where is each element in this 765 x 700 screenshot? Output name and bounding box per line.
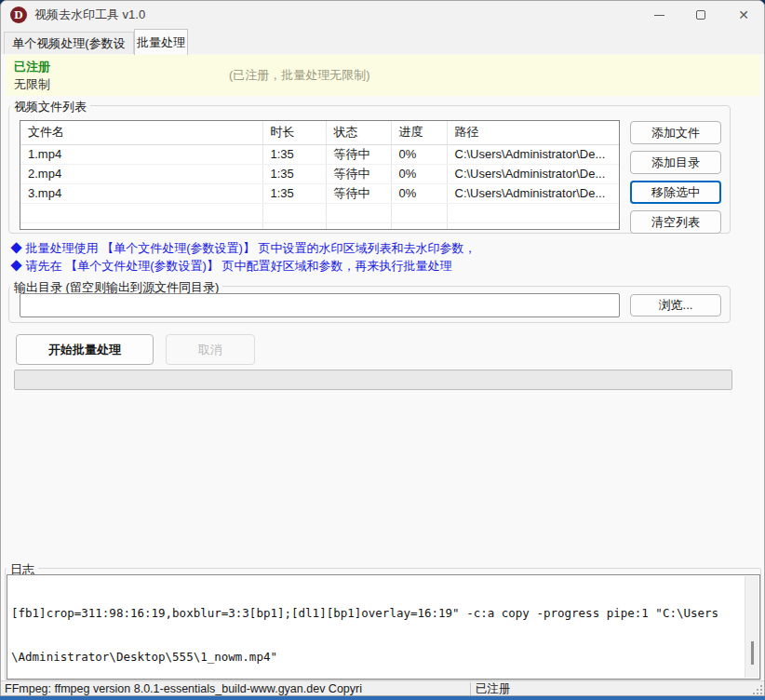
output-dir-input[interactable] [20,293,620,317]
status-registration: 已注册 [476,681,511,696]
log-text: [fb1]crop=311:98:16:19,boxblur=3:3[bp1];… [11,577,743,680]
status-separator [470,682,471,696]
status-ffmpeg-info: FFmpeg: ffmpeg version 8.0.1-essentials_… [5,681,468,696]
file-list-group-label: 视频文件列表 [10,99,90,115]
hint-note-2: ◆ 请先在 【单个文件处理(参数设置)】 页中配置好区域和参数，再来执行批量处理 [10,258,452,275]
tab-strip: 单个视频处理(参数设置) 批量处理 [1,29,764,54]
cell-status: 等待中 [326,164,391,183]
minimize-button[interactable] [639,1,678,29]
cell-path: C:\Users\Administrator\De... [447,164,620,183]
log-scrollbar[interactable] [745,576,758,678]
cell-status: 等待中 [326,183,391,203]
cell-duration: 1:35 [262,164,326,183]
start-batch-button[interactable]: 开始批量处理 [16,334,154,365]
cell-status: 等待中 [326,144,391,164]
remove-selected-button[interactable]: 移除选中 [630,181,721,204]
column-header-filename[interactable]: 文件名 [20,121,262,144]
hint-note-1: ◆ 批量处理使用 【单个文件处理(参数设置)】 页中设置的水印区域列表和去水印参… [10,240,476,257]
cell-path: C:\Users\Administrator\De... [447,183,620,203]
table-row[interactable]: 1.mp4 1:35 等待中 0% C:\Users\Administrator… [20,144,620,164]
file-list-table[interactable]: 文件名 时长 状态 进度 路径 1.mp4 1:35 等待中 0% C:\Use… [20,120,620,230]
table-row[interactable]: 3.mp4 1:35 等待中 0% C:\Users\Administrator… [20,183,620,203]
cell-filename: 3.mp4 [20,183,262,203]
resize-grip-icon[interactable] [760,693,762,694]
maximize-icon [696,10,705,20]
cell-filename: 1.mp4 [20,144,262,164]
title-bar[interactable]: D 视频去水印工具 v1.0 ✕ [1,1,764,29]
add-folder-button[interactable]: 添加目录 [630,151,721,174]
app-icon: D [10,7,27,23]
license-banner: 已注册 无限制 (已注册，批量处理无限制) [6,55,760,96]
tab-batch-process[interactable]: 批量处理 [134,29,188,55]
close-button[interactable]: ✕ [724,1,763,29]
table-row[interactable]: 2.mp4 1:35 等待中 0% C:\Users\Administrator… [20,164,620,183]
cell-progress: 0% [391,183,447,203]
tab-single-video[interactable]: 单个视频处理(参数设置) [4,32,134,54]
column-header-duration[interactable]: 时长 [262,121,326,144]
close-icon: ✕ [738,7,749,22]
browse-button[interactable]: 浏览... [630,294,721,316]
cell-filename: 2.mp4 [20,164,262,183]
maximize-button[interactable] [681,1,720,29]
cancel-button: 取消 [166,334,255,365]
cell-duration: 1:35 [262,183,326,203]
license-status: 已注册 [14,59,50,75]
cell-duration: 1:35 [262,144,326,164]
minimize-icon [654,15,664,16]
table-header-row: 文件名 时长 状态 进度 路径 [20,121,620,144]
log-scrollbar-thumb[interactable] [751,641,754,665]
table-row-empty [20,203,620,222]
cell-path: C:\Users\Administrator\De... [447,144,620,164]
window-title: 视频去水印工具 v1.0 [34,1,145,29]
cell-progress: 0% [391,144,447,164]
app-window: D 视频去水印工具 v1.0 ✕ 单个视频处理(参数设置) 批量处理 已注册 无… [0,0,765,696]
column-header-progress[interactable]: 进度 [391,121,447,144]
clear-list-button[interactable]: 清空列表 [630,210,721,234]
status-bar: FFmpeg: ffmpeg version 8.0.1-essentials_… [1,680,765,696]
column-header-status[interactable]: 状态 [326,121,391,144]
cell-progress: 0% [391,164,447,183]
license-limit: 无限制 [14,76,50,93]
license-note: (已注册，批量处理无限制) [229,67,370,84]
batch-progress-bar [14,370,732,390]
column-header-path[interactable]: 路径 [447,121,620,144]
table-row-empty [20,222,620,230]
log-textbox[interactable]: [fb1]crop=311:98:16:19,boxblur=3:3[bp1];… [7,574,760,680]
add-files-button[interactable]: 添加文件 [630,121,721,144]
